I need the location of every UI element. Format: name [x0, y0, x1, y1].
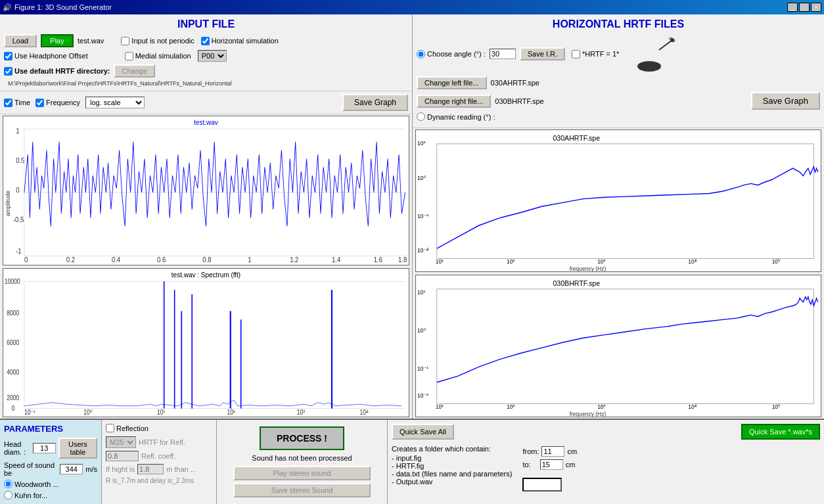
speed-label: Speed of sound be	[4, 461, 57, 477]
medial-checkbox-label[interactable]: Medial simulation	[125, 52, 191, 60]
head-diam-input[interactable]	[33, 443, 56, 453]
hrtf-a-chart: 030AHRTF.spe 10² 10⁰ 10⁻² 10⁻⁴ 10¹ 10² 1…	[416, 130, 821, 271]
svg-text:1: 1	[16, 126, 19, 135]
kuhn-radio[interactable]	[4, 491, 12, 499]
chart2-title: test.wav : Spectrum (fft)	[172, 271, 240, 279]
svg-text:10¹: 10¹	[436, 258, 444, 265]
svg-text:10⁰: 10⁰	[417, 174, 426, 181]
svg-text:10⁰: 10⁰	[83, 407, 92, 415]
save-graph-right-button[interactable]: Save Graph	[751, 92, 820, 110]
medial-checkbox[interactable]	[125, 52, 133, 60]
antenna-diagram	[623, 37, 675, 76]
play-stereo-button[interactable]: Play stereo sound	[233, 466, 371, 480]
window-title: Figure 1: 3D Sound Generator	[14, 3, 112, 11]
periodic-checkbox[interactable]	[121, 37, 129, 45]
kuhn-radio-label[interactable]: Kuhn for...	[4, 491, 97, 499]
svg-text:030BHRTF.spe: 030BHRTF.spe	[553, 279, 600, 288]
svg-text:10⁻⁴: 10⁻⁴	[417, 247, 429, 254]
svg-text:0: 0	[16, 185, 19, 194]
reflection-checkbox-label[interactable]: Reflection	[106, 424, 212, 432]
svg-line-45	[659, 40, 672, 50]
svg-text:10⁰: 10⁰	[417, 327, 426, 334]
horiz-sim-checkbox-label[interactable]: Horizontal simulation	[201, 37, 279, 45]
change-left-file-button[interactable]: Change left file...	[417, 76, 487, 89]
hight-unit: m than ...	[166, 465, 196, 473]
save-stereo-button[interactable]: Save stereo Sound	[233, 483, 371, 497]
svg-text:030AHRTF.spe: 030AHRTF.spe	[553, 134, 600, 143]
users-table-button[interactable]: Users table	[58, 438, 97, 459]
time-checkbox[interactable]	[4, 99, 12, 107]
from-input[interactable]	[541, 446, 564, 457]
default-hrtf-checkbox-label[interactable]: Use default HRTF directory:	[4, 67, 110, 76]
default-hrtf-checkbox[interactable]	[4, 67, 12, 76]
filename-label: test.wav	[78, 37, 104, 45]
reflection-checkbox[interactable]	[106, 424, 114, 432]
close-btn[interactable]: ×	[811, 3, 821, 12]
svg-text:time (s): time (s)	[157, 264, 178, 265]
p00-select[interactable]: P00	[198, 50, 227, 62]
freq-checkbox[interactable]	[35, 99, 44, 107]
svg-text:6000: 6000	[7, 338, 19, 346]
svg-text:10¹: 10¹	[436, 403, 444, 410]
woodworth-radio[interactable]	[4, 480, 12, 488]
change-right-file-button[interactable]: Change right file...	[417, 95, 491, 108]
dynamic-reading-radio[interactable]	[417, 112, 425, 121]
woodworth-radio-label[interactable]: Woodworth ...	[4, 480, 97, 488]
process-status: Sound has not been processed	[252, 454, 352, 462]
minimize-btn[interactable]: _	[787, 3, 798, 12]
hrtf-path: M:\Projektlabor\work\Final Project\HRTFs…	[8, 80, 408, 87]
log-scale-select[interactable]: log. scale linear scale	[85, 97, 145, 108]
data-txt-label: - data.txt (files name and parameters)	[392, 470, 512, 478]
svg-text:10¹: 10¹	[157, 407, 165, 415]
svg-text:10⁵: 10⁵	[772, 403, 781, 410]
maximize-btn[interactable]: □	[799, 3, 810, 12]
freq-checkbox-label[interactable]: Frequency	[35, 99, 80, 107]
refl-coeff2-label: Refl. coeff.	[141, 452, 175, 460]
svg-text:frequency (Hz): frequency (Hz)	[570, 410, 607, 417]
process-button[interactable]: PROCESS !	[260, 426, 344, 450]
save-graph-left-button[interactable]: Save Graph	[342, 94, 408, 111]
time-checkbox-label[interactable]: Time	[4, 99, 30, 107]
headphone-checkbox[interactable]	[4, 52, 12, 60]
change-button[interactable]: Change	[114, 64, 155, 78]
svg-text:10⁴: 10⁴	[688, 258, 697, 265]
to-input[interactable]	[540, 459, 563, 470]
hrtf-b-chart: 030BHRTF.spe 10¹ 10⁰ 10⁻¹ 10⁻² 10¹ 10² 1…	[416, 275, 821, 417]
periodic-checkbox-label[interactable]: Input is not periodic	[121, 37, 194, 45]
svg-text:10⁻²: 10⁻²	[417, 212, 428, 219]
choose-angle-radio-label[interactable]: Choose angle (°) :	[417, 50, 486, 58]
svg-text:10⁵: 10⁵	[772, 258, 781, 265]
input-file-title: INPUT FILE	[4, 18, 408, 30]
output-name-input[interactable]	[522, 478, 562, 492]
play-button[interactable]: Play	[41, 34, 74, 47]
input-fig-label: - input.fig	[392, 454, 512, 462]
svg-rect-60	[437, 144, 814, 258]
hight-input	[137, 464, 164, 474]
dynamic-reading-radio-label[interactable]: Dynamic reading (°) :	[417, 112, 495, 121]
hrtf1-checkbox[interactable]	[572, 50, 580, 58]
hrtf-fig-label: - HRTF.fig	[392, 462, 512, 470]
svg-text:10²: 10²	[227, 407, 235, 415]
svg-text:10²: 10²	[507, 258, 515, 265]
angle-input[interactable]	[490, 49, 516, 59]
quick-save-wav-button[interactable]: Quick Save *.wav*s	[741, 424, 820, 440]
m25-select[interactable]: M25	[106, 436, 136, 448]
headphone-checkbox-label[interactable]: Use Headphone Offset	[4, 52, 88, 60]
svg-text:-0.5: -0.5	[13, 215, 24, 223]
choose-angle-radio[interactable]	[417, 50, 425, 58]
svg-text:10⁻²: 10⁻²	[417, 392, 428, 399]
svg-text:10²: 10²	[507, 403, 515, 410]
horiz-sim-checkbox[interactable]	[201, 37, 210, 45]
svg-text:0: 0	[12, 404, 15, 412]
svg-text:10⁴: 10⁴	[688, 403, 697, 410]
quick-save-all-button[interactable]: Quick Save All	[392, 424, 454, 440]
app-icon: 🔊	[3, 3, 12, 12]
save-ir-button[interactable]: Save I.R.	[520, 47, 565, 60]
load-button[interactable]: Load	[4, 34, 37, 47]
svg-point-43	[637, 61, 661, 72]
delay-text: R is_7.7m and delay is_2.3ms	[106, 477, 212, 484]
hrtf1-checkbox-label[interactable]: *HRTF = 1*	[572, 50, 619, 58]
speed-input[interactable]	[60, 464, 83, 474]
svg-rect-72	[437, 289, 814, 403]
svg-text:-1: -1	[16, 246, 22, 255]
